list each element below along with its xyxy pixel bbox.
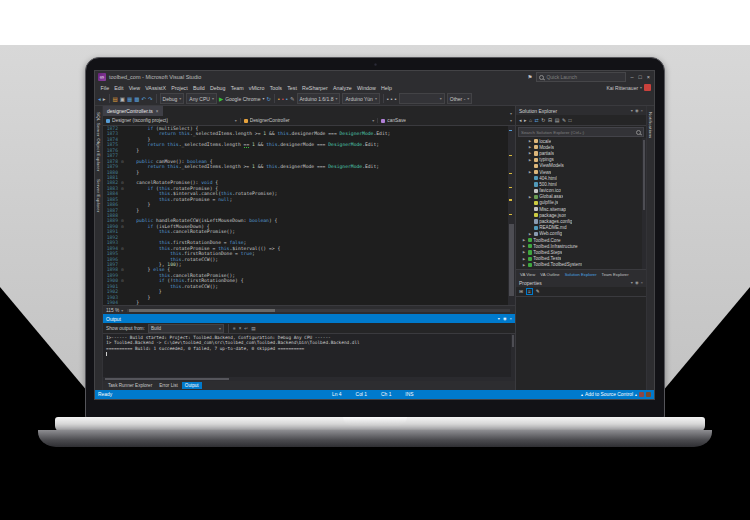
toggle-2-icon[interactable]: ▪ — [391, 96, 393, 102]
alphabetical-icon[interactable]: ≡ — [526, 288, 533, 295]
toggle-autoscroll-icon[interactable]: ▤ — [251, 326, 255, 331]
start-debug-icon[interactable]: ▶ — [219, 96, 223, 102]
chevron-down-icon[interactable]: ▾ — [262, 96, 264, 101]
output-horizontal-scrollbar[interactable] — [103, 377, 515, 381]
close-icon[interactable]: × — [510, 316, 512, 321]
menu-item[interactable]: Window — [354, 85, 378, 91]
window-position-icon[interactable]: ▾ — [498, 316, 500, 321]
vmicro-debug-icon[interactable]: ▪ — [286, 96, 288, 102]
property-pages-icon[interactable]: ✎ — [536, 289, 540, 294]
sync-with-active-document-icon[interactable]: ⇄ — [535, 117, 539, 123]
panel-tab[interactable]: Task Runner Explorer — [105, 382, 155, 389]
solution-explorer-header[interactable]: Solution Explorer ▾ ◉ × — [516, 106, 646, 115]
tree-item[interactable]: ▶Toolbed.ToolbedSystem — [516, 262, 646, 268]
minimize-button[interactable]: – — [629, 74, 634, 80]
run-target-label[interactable]: Google Chrome — [225, 96, 260, 102]
menu-item[interactable]: VAssistX — [143, 85, 169, 91]
window-position-icon[interactable]: ▾ — [631, 108, 633, 113]
scrollbar-thumb[interactable] — [129, 309, 274, 312]
preview-selected-icon[interactable]: □ — [569, 117, 572, 123]
menu-item[interactable]: ReSharper — [300, 85, 331, 91]
menu-item[interactable]: Edit — [112, 85, 126, 91]
explorer-tab[interactable]: VA View — [518, 272, 537, 277]
arduino-board-dropdown[interactable]: Arduino 1.6/1.8▾ — [297, 93, 341, 104]
navigate-forward-icon[interactable]: ▸ — [103, 96, 106, 102]
find-combo[interactable]: ▾ — [399, 93, 445, 104]
nav-member-dropdown[interactable]: canSave ▾ — [378, 118, 515, 123]
panel-tab[interactable]: Error List — [156, 382, 181, 389]
navigate-back-icon[interactable]: ◂ — [98, 96, 101, 102]
scrollbar-thumb[interactable] — [512, 335, 514, 347]
window-position-icon[interactable]: ▾ — [631, 280, 633, 285]
menu-item[interactable]: Project — [169, 85, 191, 91]
categorized-icon[interactable]: ⊞ — [519, 289, 523, 294]
toggle-3-icon[interactable]: ▪ — [395, 96, 397, 102]
open-file-icon[interactable]: ▣ — [120, 96, 125, 102]
menu-item[interactable]: Team — [228, 85, 246, 91]
properties-icon[interactable]: ✎ — [562, 117, 566, 123]
nav-type-dropdown[interactable]: DesignerController ▾ — [241, 118, 379, 123]
source-control-icon[interactable] — [639, 392, 644, 397]
menu-item[interactable]: Help — [378, 85, 394, 91]
properties-header[interactable]: Properties ▾ ◉ × — [516, 278, 646, 287]
back-icon[interactable]: ◂ — [519, 117, 522, 123]
add-to-source-control-button[interactable]: Add to Source Control — [585, 392, 633, 397]
code-editor[interactable]: 1872 if (multiSelect) {1873 return this.… — [103, 126, 515, 305]
refresh-icon[interactable]: ↻ — [541, 117, 545, 123]
panel-tab[interactable]: Output — [182, 382, 202, 389]
menu-item[interactable]: Tools — [267, 85, 285, 91]
scrollbar-thumb[interactable] — [643, 140, 645, 210]
menu-item[interactable]: Debug — [207, 85, 228, 91]
vmicro-build-icon[interactable]: ▪ — [278, 96, 280, 102]
clear-all-icon[interactable]: × — [239, 326, 242, 331]
quick-launch-input[interactable]: Quick Launch — [536, 72, 626, 82]
explorer-tab[interactable]: Solution Explorer — [563, 272, 599, 277]
output-panel-header[interactable]: Output ▾ ◉ × — [103, 314, 515, 323]
feedback-icon[interactable]: ⚑ — [526, 74, 533, 80]
output-content[interactable]: 1>------ Build started: Project: Toolbed… — [103, 334, 515, 377]
tab-designercontroller[interactable]: designerController.ts × — [103, 106, 163, 116]
show-all-files-icon[interactable]: ▤ — [555, 117, 560, 123]
other-dropdown[interactable]: Other -▾ — [447, 93, 473, 104]
menu-item[interactable]: Build — [190, 85, 207, 91]
editor-horizontal-scrollbar[interactable] — [127, 309, 510, 312]
side-tab[interactable]: Server Explorer — [96, 179, 101, 213]
pin-icon[interactable]: ◉ — [635, 280, 639, 285]
arduino-port-dropdown[interactable]: Arduino Yún▾ — [342, 93, 379, 104]
user-account[interactable]: Kai Rittenauer ▾ — [606, 84, 651, 91]
word-wrap-icon[interactable]: ↵ — [244, 326, 248, 331]
new-file-icon[interactable]: ▤ — [113, 96, 118, 102]
menu-item[interactable]: vMicro — [246, 85, 267, 91]
close-button[interactable]: × — [646, 74, 651, 80]
pin-icon[interactable]: ◉ — [503, 316, 507, 321]
menu-item[interactable]: Test — [285, 85, 300, 91]
close-icon[interactable]: × — [156, 109, 159, 114]
scrollbar-thumb[interactable] — [509, 224, 514, 296]
vmicro-tool-icon[interactable]: ✎ — [290, 96, 295, 102]
solution-platform-dropdown[interactable]: Any CPU▾ — [186, 93, 217, 104]
forward-icon[interactable]: ▸ — [524, 117, 527, 123]
undo-icon[interactable]: ↶ — [141, 96, 146, 102]
solution-configuration-dropdown[interactable]: Debug▾ — [160, 93, 185, 104]
vmicro-upload-icon[interactable]: ▪ — [282, 96, 284, 102]
home-icon[interactable]: ⌂ — [529, 117, 532, 123]
side-tab[interactable]: Notifications — [648, 112, 653, 139]
refresh-icon[interactable]: ↻ — [266, 96, 271, 102]
explorer-tab[interactable]: Team Explorer — [600, 272, 631, 277]
tree-scrollbar[interactable] — [642, 138, 646, 269]
output-source-dropdown[interactable]: Build ▾ — [148, 324, 224, 333]
menu-item[interactable]: File — [98, 85, 112, 91]
editor-vertical-scrollbar[interactable] — [508, 126, 515, 305]
toggle-1-icon[interactable]: ▪ — [387, 96, 389, 102]
find-message-icon[interactable]: ≡ — [233, 326, 236, 331]
nav-project-dropdown[interactable]: Designer (tsconfig project) ▾ — [103, 118, 241, 123]
side-tab[interactable]: SQL Server Object Explorer — [96, 112, 101, 171]
redo-icon[interactable]: ↷ — [148, 96, 153, 102]
output-vertical-scrollbar[interactable] — [511, 334, 515, 377]
restore-button[interactable]: □ — [637, 74, 642, 80]
save-icon[interactable]: ▦ — [127, 96, 132, 102]
pin-icon[interactable]: ◉ — [635, 108, 639, 113]
explorer-tab[interactable]: VA Outline — [538, 272, 561, 277]
collapse-all-icon[interactable]: ⊟ — [548, 117, 552, 123]
save-all-icon[interactable]: ▩ — [134, 96, 139, 102]
